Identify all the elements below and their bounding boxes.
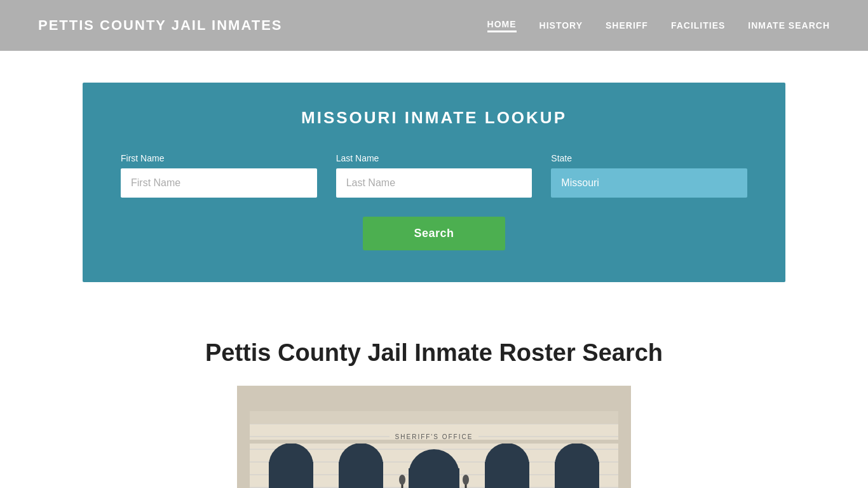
content-title: Pettis County Jail Inmate Roster Search [83, 339, 785, 367]
state-input[interactable] [551, 168, 747, 198]
state-label: State [551, 153, 747, 163]
first-name-label: First Name [121, 153, 317, 163]
nav-item-sheriff[interactable]: SHERIFF [606, 20, 648, 30]
search-button[interactable]: Search [363, 217, 505, 250]
state-group: State [551, 153, 747, 198]
lookup-title: MISSOURI INMATE LOOKUP [121, 108, 747, 128]
nav-item-facilities[interactable]: FACILITIES [671, 20, 725, 30]
first-name-input[interactable] [121, 168, 317, 198]
content-section: Pettis County Jail Inmate Roster Search [0, 314, 868, 488]
first-name-group: First Name [121, 153, 317, 198]
svg-rect-10 [269, 462, 313, 488]
last-name-label: Last Name [336, 153, 532, 163]
svg-text:SHERIFF'S OFFICE: SHERIFF'S OFFICE [395, 433, 473, 440]
svg-rect-18 [555, 462, 599, 488]
building-image-container: SHERIFF'S OFFICE [237, 386, 631, 488]
nav-item-history[interactable]: HISTORY [539, 20, 583, 30]
svg-rect-16 [485, 462, 529, 488]
building-svg: SHERIFF'S OFFICE [237, 386, 631, 488]
form-row: First Name Last Name State [121, 153, 747, 198]
inmate-lookup-section: MISSOURI INMATE LOOKUP First Name Last N… [83, 83, 785, 282]
main-nav: HOME HISTORY SHERIFF FACILITIES INMATE S… [487, 19, 830, 32]
search-btn-row: Search [121, 217, 747, 250]
svg-rect-27 [250, 440, 618, 444]
site-header: PETTIS COUNTY JAIL INMATES HOME HISTORY … [0, 0, 868, 51]
svg-rect-14 [409, 468, 459, 488]
svg-rect-12 [339, 462, 383, 488]
svg-point-26 [463, 475, 469, 485]
last-name-group: Last Name [336, 153, 532, 198]
site-title: PETTIS COUNTY JAIL INMATES [38, 17, 282, 34]
last-name-input[interactable] [336, 168, 532, 198]
nav-item-inmate-search[interactable]: INMATE SEARCH [748, 20, 830, 30]
svg-rect-8 [250, 411, 618, 424]
nav-item-home[interactable]: HOME [487, 19, 517, 32]
svg-point-24 [399, 475, 405, 485]
